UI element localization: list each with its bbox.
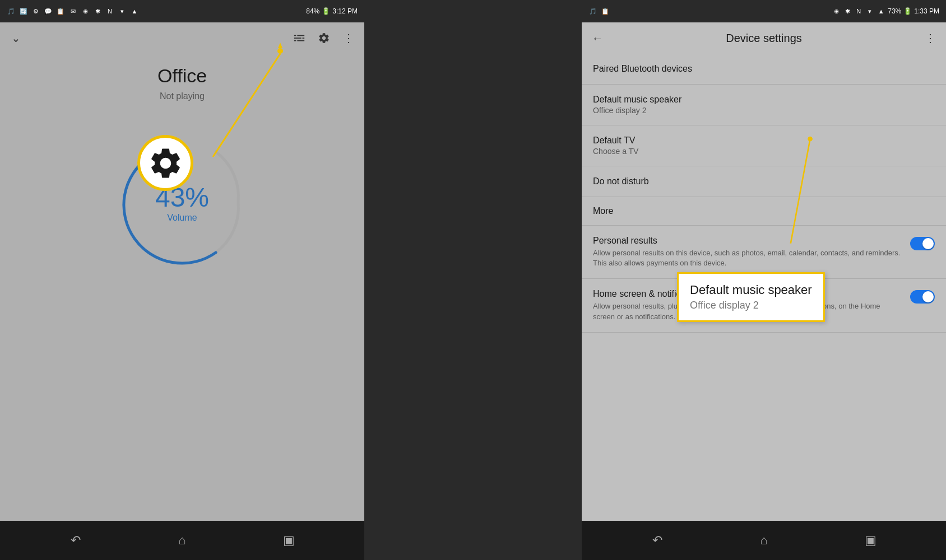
personal-results-item[interactable]: Personal results Allow personal results … [582, 226, 946, 279]
default-tv-subtitle: Choose a TV [593, 147, 935, 156]
right-battery-icon: 🔋 [903, 7, 912, 15]
device-name-label: Office [157, 65, 207, 87]
icon-signal-left: ▲ [130, 7, 139, 16]
paired-bluetooth-item[interactable]: Paired Bluetooth devices [582, 54, 946, 85]
right-page-title: Device settings [604, 32, 924, 45]
left-time: 3:12 PM [332, 7, 358, 15]
do-not-disturb-title: Do not disturb [593, 176, 935, 186]
equalizer-icon[interactable] [293, 31, 306, 45]
right-target-icon: ⊕ [832, 7, 841, 16]
right-recents-btn-icon[interactable]: ▣ [862, 532, 879, 549]
volume-knob[interactable]: 43% Volume [104, 124, 261, 281]
right-nfc-icon: N [854, 7, 863, 16]
right-wifi-icon: ▾ [865, 7, 874, 16]
more-section[interactable]: More [582, 197, 946, 226]
right-status-right: ⊕ ✱ N ▾ ▲ 73% 🔋 1:33 PM [832, 7, 939, 16]
icon-wifi-left: ▾ [118, 7, 127, 16]
right-music-icon: 🎵 [588, 7, 597, 16]
personal-results-text: Personal results Allow personal results … [593, 236, 903, 268]
paired-bluetooth-title: Paired Bluetooth devices [593, 64, 935, 74]
left-status-bar: 🎵 🔄 ⚙ 💬 📋 ✉ ⊕ ✱ N ▾ ▲ 84% 🔋 3:12 PM [0, 0, 364, 22]
svg-rect-0 [294, 35, 296, 36]
personal-results-toggle[interactable] [910, 237, 935, 250]
default-music-speaker-title: Default music speaker [593, 95, 935, 105]
icon-refresh: 🔄 [19, 7, 28, 16]
icon-nfc: N [105, 7, 114, 16]
left-nav-bar: ⌄ ⋮ [0, 22, 364, 54]
default-music-speaker-item[interactable]: Default music speaker Office display 2 [582, 85, 946, 125]
left-bottom-nav: ↶ ⌂ ▣ [0, 521, 364, 560]
more-vert-icon[interactable]: ⋮ [342, 31, 355, 45]
left-phone: 🎵 🔄 ⚙ 💬 📋 ✉ ⊕ ✱ N ▾ ▲ 84% 🔋 3:12 PM ⌄ [0, 0, 364, 560]
settings-gear-icon[interactable] [317, 31, 331, 45]
default-tv-item[interactable]: Default TV Choose a TV [582, 125, 946, 166]
right-status-icons: 🎵 📋 [588, 7, 610, 16]
right-more-icon[interactable]: ⋮ [924, 31, 937, 45]
tooltip-subtitle: Office display 2 [690, 300, 812, 311]
right-bluetooth-icon: ✱ [843, 7, 852, 16]
tooltip-box: Default music speaker Office display 2 [677, 272, 825, 322]
back-icon[interactable]: ↶ [67, 532, 84, 549]
background-gap [364, 0, 582, 560]
svg-rect-1 [297, 35, 304, 36]
more-label: More [593, 206, 613, 216]
playback-status: Not playing [160, 91, 205, 101]
icon-card: 📋 [56, 7, 65, 16]
gear-large-icon [147, 145, 184, 181]
right-battery-percent: 73% [888, 7, 901, 15]
home-screen-toggle[interactable] [910, 290, 935, 304]
left-battery-percent: 84% [306, 7, 319, 15]
right-main-content: Paired Bluetooth devices Default music s… [582, 54, 946, 521]
svg-rect-4 [294, 40, 296, 41]
right-phone: 🎵 📋 ⊕ ✱ N ▾ ▲ 73% 🔋 1:33 PM ← Device set… [582, 0, 946, 560]
icon-music: 🎵 [7, 7, 16, 16]
svg-rect-5 [297, 40, 304, 41]
default-music-speaker-subtitle: Office display 2 [593, 106, 935, 115]
right-home-btn-icon[interactable]: ⌂ [755, 532, 772, 549]
recents-icon[interactable]: ▣ [280, 532, 297, 549]
right-bottom-nav: ↶ ⌂ ▣ [582, 521, 946, 560]
tooltip-title: Default music speaker [690, 283, 812, 297]
right-nav-bar: ← Device settings ⋮ [582, 22, 946, 54]
volume-label: Volume [167, 213, 197, 223]
icon-messenger: 💬 [44, 7, 53, 16]
svg-rect-2 [294, 38, 302, 39]
icon-bluetooth-left: ✱ [93, 7, 102, 16]
right-back-icon[interactable]: ← [591, 31, 604, 45]
left-status-icons: 🎵 🔄 ⚙ 💬 📋 ✉ ⊕ ✱ N ▾ ▲ [7, 7, 139, 16]
right-status-bar: 🎵 📋 ⊕ ✱ N ▾ ▲ 73% 🔋 1:33 PM [582, 0, 946, 22]
right-back-btn-icon[interactable]: ↶ [649, 532, 666, 549]
home-icon[interactable]: ⌂ [174, 532, 191, 549]
chevron-down-icon[interactable]: ⌄ [9, 31, 22, 45]
personal-results-desc: Allow personal results on this device, s… [593, 248, 903, 268]
icon-target: ⊕ [81, 7, 90, 16]
default-tv-title: Default TV [593, 136, 935, 146]
left-nav-actions: ⋮ [293, 31, 355, 45]
left-status-right: 84% 🔋 3:12 PM [306, 7, 358, 15]
right-time: 1:33 PM [914, 7, 939, 15]
do-not-disturb-item[interactable]: Do not disturb [582, 166, 946, 197]
right-signal-icon: ▲ [877, 7, 885, 16]
icon-gmail: ✉ [68, 7, 77, 16]
left-battery-icon: 🔋 [322, 7, 330, 15]
svg-rect-3 [303, 38, 305, 39]
icon-settings2: ⚙ [31, 7, 40, 16]
gear-highlight-circle [137, 135, 193, 191]
right-card-icon: 📋 [601, 7, 610, 16]
personal-results-title: Personal results [593, 236, 903, 246]
left-main-content: Office Not playing 43% Volume [0, 54, 364, 521]
